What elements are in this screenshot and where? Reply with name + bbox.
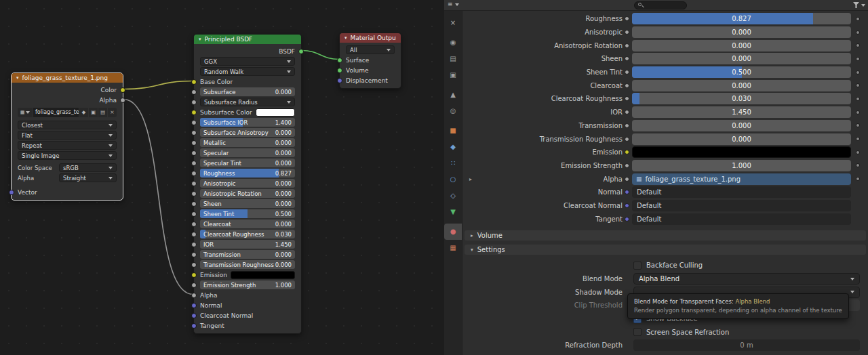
emission-strength-slider[interactable]: 1.000 bbox=[632, 160, 851, 171]
image-name-field[interactable]: foliage_grass_text... bbox=[33, 108, 79, 117]
extension-dropdown[interactable]: Repeat bbox=[18, 141, 117, 150]
decorator-dot[interactable] bbox=[856, 70, 860, 75]
tab-material[interactable]: ● bbox=[444, 224, 462, 240]
clearcoat-slider[interactable]: Clearcoat0.000 bbox=[200, 220, 295, 228]
input-socket[interactable] bbox=[191, 222, 197, 227]
screen-space-refraction-checkbox[interactable] bbox=[633, 328, 642, 336]
decorator-dot[interactable] bbox=[856, 177, 860, 181]
transmission-roughness-slider[interactable]: Transmission Roughness0.000 bbox=[200, 260, 295, 269]
anisotropic-slider[interactable]: Anisotropic0.000 bbox=[200, 179, 295, 188]
collapse-icon[interactable]: ▾ bbox=[199, 37, 201, 42]
alpha-mode-dropdown[interactable]: Straight bbox=[59, 173, 117, 182]
decorator-dot[interactable] bbox=[856, 163, 860, 167]
subsurface-anisotropy-slider[interactable]: Subsurface Anisotropy0.000 bbox=[200, 128, 295, 137]
shader-editor[interactable]: ▾ foliage_grass_texture_1.png Color Alph… bbox=[0, 0, 444, 355]
input-socket[interactable] bbox=[337, 58, 342, 63]
anisotropic-rotation-slider[interactable]: Anisotropic Rotation0.000 bbox=[200, 189, 295, 198]
input-socket[interactable] bbox=[191, 100, 197, 105]
unlink-image-button[interactable]: × bbox=[108, 108, 117, 117]
tab-render[interactable]: ◉ bbox=[444, 35, 462, 51]
roughness-slider[interactable]: 0.827 bbox=[632, 13, 851, 24]
input-socket[interactable] bbox=[191, 181, 197, 186]
specular-tint-slider[interactable]: Specular Tint0.000 bbox=[200, 159, 295, 167]
decorator-dot[interactable] bbox=[856, 30, 860, 35]
input-socket[interactable] bbox=[191, 323, 197, 329]
specular-slider[interactable]: Specular0.000 bbox=[200, 148, 295, 157]
input-socket[interactable] bbox=[191, 130, 197, 135]
metallic-slider[interactable]: Metallic0.000 bbox=[200, 138, 295, 147]
tangent-field[interactable]: Default bbox=[632, 213, 851, 225]
clearcoat-roughness-slider[interactable]: Clearcoat Roughness0.030 bbox=[200, 230, 295, 238]
tab-modifiers[interactable]: ◆ bbox=[444, 139, 462, 155]
filter-button[interactable] bbox=[853, 2, 865, 8]
subsurface-radius-dropdown[interactable]: Subsurface Radius bbox=[200, 98, 295, 106]
output-socket[interactable] bbox=[120, 87, 125, 93]
input-socket[interactable] bbox=[191, 232, 197, 237]
emission-color-swatch[interactable] bbox=[632, 146, 851, 158]
search-input[interactable] bbox=[634, 1, 687, 9]
settings-panel-header[interactable]: ▾ Settings bbox=[465, 245, 866, 255]
expand-arrow-icon[interactable]: ▸ bbox=[469, 176, 472, 182]
collapse-icon[interactable]: ▾ bbox=[16, 76, 19, 81]
input-socket[interactable] bbox=[191, 171, 197, 176]
decorator-dot[interactable] bbox=[856, 97, 860, 101]
input-socket[interactable] bbox=[191, 89, 197, 95]
tab-object-data[interactable]: ▼ bbox=[444, 204, 462, 220]
ior-slider[interactable]: IOR1.450 bbox=[200, 240, 295, 249]
sheen-tint-slider[interactable]: 0.500 bbox=[632, 66, 851, 78]
tab-object[interactable]: ■ bbox=[444, 123, 462, 139]
input-socket[interactable] bbox=[191, 150, 197, 156]
duplicate-image-button[interactable]: ▣ bbox=[89, 108, 98, 117]
ggx-dropdown[interactable]: GGX bbox=[200, 57, 295, 66]
input-socket[interactable] bbox=[191, 313, 197, 318]
node-header[interactable]: ▾ Material Output bbox=[340, 33, 401, 43]
decorator-dot[interactable] bbox=[856, 110, 860, 114]
input-socket[interactable] bbox=[191, 110, 197, 115]
input-socket[interactable] bbox=[191, 262, 197, 268]
backface-culling-checkbox[interactable] bbox=[633, 262, 642, 270]
decorator-dot[interactable] bbox=[856, 43, 860, 47]
input-socket[interactable] bbox=[191, 201, 197, 207]
tab-output[interactable]: ▤ bbox=[444, 51, 462, 67]
transmission-roughness-slider[interactable]: 0.000 bbox=[632, 133, 851, 145]
node-header[interactable]: ▾ foliage_grass_texture_1.png bbox=[12, 73, 123, 83]
collapse-icon[interactable]: ▾ bbox=[344, 36, 347, 41]
sheen-slider[interactable]: Sheen0.000 bbox=[200, 199, 295, 208]
anisotropic-rotation-slider[interactable]: 0.000 bbox=[632, 40, 851, 51]
input-socket[interactable] bbox=[191, 303, 197, 308]
principled-bsdf-node[interactable]: ▾ Principled BSDF BSDFGGXRandom WalkBase… bbox=[193, 34, 302, 334]
open-image-button[interactable]: ▤ bbox=[98, 108, 107, 117]
roughness-slider[interactable]: Roughness0.827 bbox=[200, 169, 295, 178]
transmission-slider[interactable]: Transmission0.000 bbox=[200, 250, 295, 259]
color-space-dropdown[interactable]: sRGB bbox=[59, 163, 117, 172]
input-socket[interactable] bbox=[9, 190, 14, 195]
interpolation-dropdown[interactable]: Closest bbox=[18, 121, 117, 129]
decorator-dot[interactable] bbox=[856, 17, 860, 21]
input-socket[interactable] bbox=[191, 191, 197, 196]
tab-physics[interactable]: ○ bbox=[444, 171, 462, 188]
subsurface-ior-slider[interactable]: Subsurface IOR1.400 bbox=[200, 118, 295, 127]
output-socket[interactable] bbox=[298, 49, 304, 54]
subsurface-slider[interactable]: Subsurface0.000 bbox=[200, 87, 295, 96]
output-socket[interactable] bbox=[120, 98, 125, 103]
random-walk-dropdown[interactable]: Random Walk bbox=[200, 67, 295, 76]
projection-dropdown[interactable]: Flat bbox=[18, 131, 117, 140]
subsurface-color-color-swatch[interactable] bbox=[256, 108, 295, 117]
input-socket[interactable] bbox=[337, 68, 342, 73]
input-socket[interactable] bbox=[191, 161, 197, 166]
node-header[interactable]: ▾ Principled BSDF bbox=[194, 35, 301, 44]
source-dropdown[interactable]: Single Image bbox=[18, 151, 117, 160]
sheen-tint-slider[interactable]: Sheen Tint0.500 bbox=[200, 209, 295, 218]
tab-scene[interactable]: ▲ bbox=[444, 87, 462, 103]
alpha-texture-field[interactable]: ▦foliage_grass_texture_1.png bbox=[632, 173, 851, 185]
volume-panel-header[interactable]: ▸ Volume bbox=[465, 230, 866, 241]
input-socket[interactable] bbox=[191, 252, 197, 257]
image-texture-node[interactable]: ▾ foliage_grass_texture_1.png Color Alph… bbox=[11, 72, 123, 201]
input-socket[interactable] bbox=[191, 120, 197, 125]
emission-strength-slider[interactable]: Emission Strength1.000 bbox=[200, 280, 295, 289]
fake-user-button[interactable]: ◆ bbox=[79, 108, 88, 117]
editor-type-button[interactable]: ≡ bbox=[448, 1, 459, 7]
target-dropdown[interactable]: All bbox=[346, 45, 395, 54]
ior-slider[interactable]: 1.450 bbox=[632, 106, 851, 118]
decorator-dot[interactable] bbox=[856, 137, 860, 141]
